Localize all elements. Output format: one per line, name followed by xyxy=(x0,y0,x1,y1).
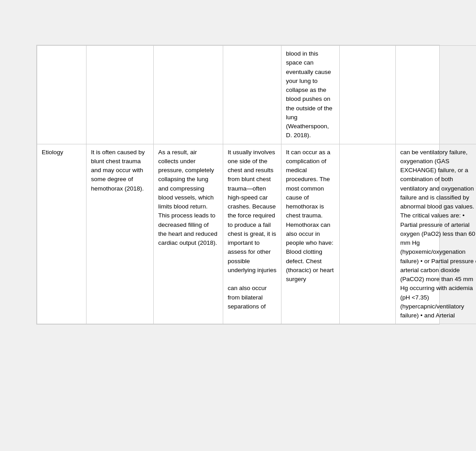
page-container: blood in this space can eventually cause… xyxy=(0,0,476,451)
top-col7 xyxy=(396,46,476,144)
table-row-top: blood in this space can eventually cause… xyxy=(37,46,476,144)
table-row-etiology: Etiology It is often caused by blunt che… xyxy=(37,144,476,324)
top-col1 xyxy=(37,46,87,144)
etiology-col4: It usually involves one side of the ches… xyxy=(223,144,281,324)
etiology-col2: It is often caused by blunt chest trauma… xyxy=(87,144,154,324)
etiology-col3: As a result, air collects under pressure… xyxy=(154,144,223,324)
etiology-col5: It can occur as a complication of medica… xyxy=(281,144,340,324)
main-table: blood in this space can eventually cause… xyxy=(37,45,476,324)
top-col6 xyxy=(340,46,396,144)
top-col2 xyxy=(87,46,154,144)
etiology-label: Etiology xyxy=(37,144,87,324)
etiology-col4-text1: It usually involves one side of the ches… xyxy=(228,149,277,273)
etiology-col7: can be ventilatory failure, oxygenation … xyxy=(396,144,476,324)
top-col5: blood in this space can eventually cause… xyxy=(281,46,340,144)
etiology-col6 xyxy=(340,144,396,324)
table-wrapper: blood in this space can eventually cause… xyxy=(36,45,440,325)
top-col3 xyxy=(154,46,223,144)
top-col4 xyxy=(223,46,281,144)
etiology-col4-text2: can also occur from bilateral separation… xyxy=(228,285,267,310)
